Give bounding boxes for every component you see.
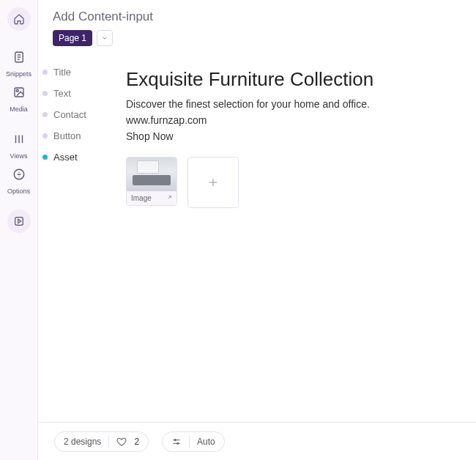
preview-panel: Exquisite Furniture Collection Discover … (126, 67, 461, 460)
asset-thumbnail (127, 157, 176, 191)
app-root: Snippets Media Views Options (0, 0, 476, 460)
home-icon (13, 13, 25, 25)
sidebar-label-media: Media (10, 105, 28, 113)
media-icon (12, 86, 26, 99)
page-badge[interactable]: Page 1 (53, 30, 92, 46)
chevron-down-icon (101, 34, 108, 42)
sidebar-item-media[interactable]: Media (7, 81, 31, 113)
asset-add-button[interactable] (187, 157, 239, 208)
nav-label: Title (53, 67, 71, 78)
nav-item-contact[interactable]: Contact (42, 109, 126, 120)
content-text[interactable]: Discover the finest selection for your h… (126, 98, 461, 110)
page-title: Add Content-input (53, 10, 461, 24)
options-icon (12, 168, 26, 181)
plus-icon (207, 176, 220, 189)
nav-item-title[interactable]: Title (42, 67, 126, 78)
nav-label: Button (53, 130, 81, 141)
asset-label-row: Image (127, 191, 176, 205)
link-icon (165, 195, 172, 202)
content-area: Title Text Contact Button Asset (38, 52, 476, 460)
svg-rect-4 (15, 88, 23, 97)
asset-card[interactable]: Image (126, 157, 177, 206)
asset-label: Image (131, 194, 152, 202)
sliders-icon (171, 437, 182, 447)
sidebar-label-options: Options (7, 188, 30, 195)
views-icon (12, 133, 26, 146)
play-icon (13, 215, 25, 227)
page-dropdown[interactable] (97, 30, 113, 46)
nav-label: Asset (53, 152, 78, 163)
footer: 2 designs 2 Auto (38, 422, 476, 460)
auto-pill[interactable]: Auto (162, 431, 225, 452)
sidebar-label-views: Views (10, 152, 28, 160)
page-selector-row: Page 1 (53, 30, 461, 46)
home-button[interactable] (7, 7, 31, 31)
sidebar-item-snippets[interactable]: Snippets (6, 45, 31, 78)
nav-dot (42, 91, 48, 96)
svg-point-5 (16, 89, 18, 92)
nav-item-button[interactable]: Button (42, 130, 126, 141)
heart-icon (116, 437, 127, 447)
nav-list: Title Text Contact Button Asset (38, 67, 126, 460)
main-panel: Add Content-input Page 1 Title Text (38, 0, 476, 460)
content-button-label[interactable]: Shop Now (126, 130, 461, 142)
divider (108, 436, 109, 448)
header: Add Content-input Page 1 (38, 0, 476, 52)
nav-dot (42, 70, 48, 75)
play-button[interactable] (7, 209, 31, 233)
snippets-icon (12, 51, 26, 64)
designs-pill[interactable]: 2 designs 2 (54, 431, 149, 452)
sidebar-label-snippets: Snippets (6, 70, 31, 78)
sidebar-item-options[interactable]: Options (7, 163, 31, 195)
content-title[interactable]: Exquisite Furniture Collection (126, 68, 461, 91)
designs-count-label: 2 designs (64, 437, 101, 447)
nav-label: Text (53, 88, 71, 99)
sidebar: Snippets Media Views Options (0, 0, 38, 460)
asset-row: Image (126, 157, 461, 208)
like-count: 2 (134, 437, 139, 447)
nav-label: Contact (53, 109, 86, 120)
auto-label: Auto (197, 437, 215, 447)
sidebar-item-views[interactable]: Views (7, 127, 31, 160)
content-contact[interactable]: www.furnzap.com (126, 114, 461, 126)
nav-dot (42, 155, 48, 160)
divider (189, 436, 190, 448)
nav-dot (42, 112, 48, 117)
nav-dot (42, 133, 48, 138)
nav-item-asset[interactable]: Asset (42, 152, 126, 163)
nav-item-text[interactable]: Text (42, 88, 126, 99)
